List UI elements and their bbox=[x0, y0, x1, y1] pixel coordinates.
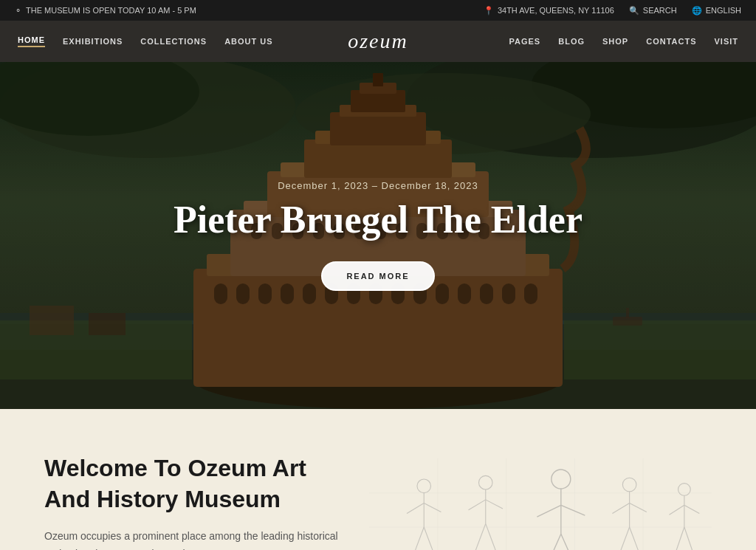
nav-item-collections[interactable]: COLLECTIONS bbox=[140, 37, 207, 46]
nav-item-about[interactable]: ABOUT US bbox=[224, 37, 272, 46]
hero-title: Pieter Bruegel The Elder bbox=[173, 199, 583, 241]
museum-hours-icon: ⚬ bbox=[15, 6, 21, 16]
address-item: 📍 34TH AVE, QUEENS, NY 11106 bbox=[484, 6, 614, 16]
welcome-section: Welcome To Ozeum Art And History Museum … bbox=[0, 409, 756, 550]
welcome-text: Welcome To Ozeum Art And History Museum … bbox=[44, 453, 340, 550]
nav-left: HOME EXHIBITIONS COLLECTIONS ABOUT US bbox=[18, 35, 273, 47]
svg-line-76 bbox=[486, 523, 496, 550]
svg-line-93 bbox=[676, 527, 684, 550]
search-label: SEARCH bbox=[643, 6, 677, 15]
language-item[interactable]: 🌐 ENGLISH bbox=[692, 6, 741, 16]
svg-line-86 bbox=[630, 503, 647, 512]
svg-line-68 bbox=[424, 503, 441, 512]
nav-item-contacts[interactable]: CONTACTS bbox=[646, 37, 696, 46]
svg-line-91 bbox=[669, 505, 684, 515]
svg-line-81 bbox=[547, 534, 561, 550]
nav-item-home[interactable]: HOME bbox=[18, 35, 45, 47]
sketch-svg bbox=[369, 453, 712, 550]
svg-line-88 bbox=[630, 527, 640, 550]
search-icon: 🔍 bbox=[629, 6, 639, 16]
main-nav: HOME EXHIBITIONS COLLECTIONS ABOUT US oz… bbox=[0, 21, 756, 62]
svg-line-75 bbox=[475, 523, 486, 550]
site-logo[interactable]: ozeum bbox=[348, 30, 408, 53]
svg-line-73 bbox=[469, 500, 486, 510]
svg-point-83 bbox=[622, 478, 636, 492]
nav-right: PAGES BLOG SHOP CONTACTS VISIT bbox=[509, 37, 738, 46]
svg-line-79 bbox=[537, 505, 560, 517]
svg-line-94 bbox=[684, 527, 693, 550]
nav-item-shop[interactable]: SHOP bbox=[602, 37, 628, 46]
hero-cta-button[interactable]: READ MORE bbox=[321, 261, 434, 291]
svg-line-74 bbox=[486, 500, 503, 509]
hero-dates: December 1, 2023 – December 18, 2023 bbox=[173, 180, 583, 191]
nav-item-blog[interactable]: BLOG bbox=[558, 37, 585, 46]
museum-address: 34TH AVE, QUEENS, NY 11106 bbox=[498, 6, 614, 15]
welcome-sketch-image bbox=[369, 453, 712, 550]
svg-point-65 bbox=[417, 479, 431, 493]
language-label: ENGLISH bbox=[706, 6, 741, 15]
welcome-description: Ozeum occupies a prominent place among t… bbox=[44, 528, 340, 550]
nav-item-visit[interactable]: VISIT bbox=[714, 37, 738, 46]
svg-line-82 bbox=[561, 534, 575, 550]
nav-item-exhibitions[interactable]: EXHIBITIONS bbox=[63, 37, 123, 46]
globe-icon: 🌐 bbox=[692, 6, 702, 16]
svg-line-69 bbox=[413, 527, 424, 550]
top-bar: ⚬ THE MUSEUM IS OPEN TODAY 10 AM - 5 PM … bbox=[0, 0, 756, 21]
svg-line-80 bbox=[561, 505, 585, 515]
svg-point-89 bbox=[678, 484, 691, 496]
hero-content: December 1, 2023 – December 18, 2023 Pie… bbox=[173, 180, 583, 291]
top-bar-left: ⚬ THE MUSEUM IS OPEN TODAY 10 AM - 5 PM bbox=[15, 6, 196, 16]
svg-point-77 bbox=[551, 470, 571, 489]
nav-item-pages[interactable]: PAGES bbox=[509, 37, 541, 46]
location-icon: 📍 bbox=[484, 6, 494, 16]
top-bar-right: 📍 34TH AVE, QUEENS, NY 11106 🔍 SEARCH 🌐 … bbox=[484, 6, 741, 16]
svg-line-67 bbox=[407, 503, 424, 514]
svg-line-92 bbox=[684, 505, 699, 513]
museum-hours: THE MUSEUM IS OPEN TODAY 10 AM - 5 PM bbox=[26, 6, 196, 15]
svg-point-71 bbox=[478, 475, 492, 489]
svg-line-70 bbox=[424, 527, 434, 550]
search-item[interactable]: 🔍 SEARCH bbox=[629, 6, 677, 16]
svg-line-85 bbox=[612, 503, 629, 514]
svg-line-87 bbox=[619, 527, 630, 550]
welcome-title: Welcome To Ozeum Art And History Museum bbox=[44, 453, 340, 515]
hero-section: December 1, 2023 – December 18, 2023 Pie… bbox=[0, 62, 756, 409]
